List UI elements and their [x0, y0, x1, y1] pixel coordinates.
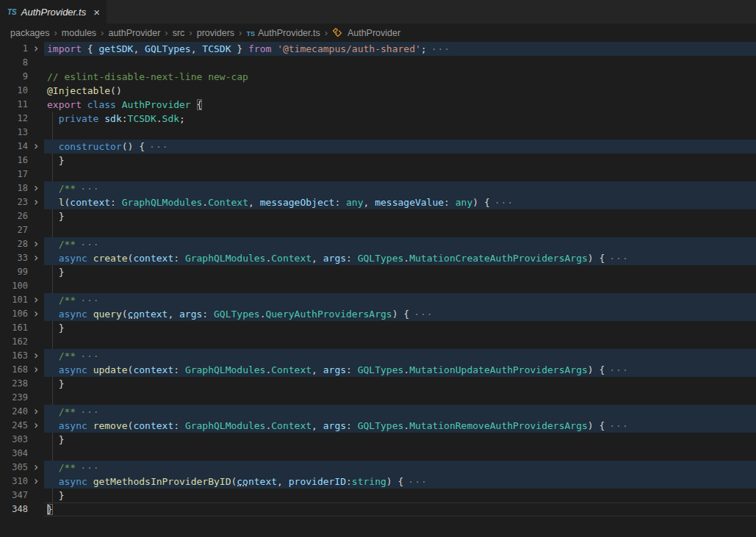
folded-code-ellipsis[interactable]: ··· — [80, 406, 99, 417]
code-line-content[interactable]: @Injectable() — [44, 84, 756, 98]
fold-chevron-icon[interactable]: › — [28, 363, 44, 377]
code-line-content[interactable] — [44, 167, 756, 181]
folded-code-ellipsis[interactable]: ··· — [80, 462, 99, 473]
gutter[interactable]: 16 — [0, 154, 44, 167]
folded-code-ellipsis[interactable]: ··· — [80, 239, 99, 250]
folded-code-ellipsis[interactable]: ··· — [408, 476, 427, 487]
fold-chevron-icon[interactable]: › — [28, 195, 44, 209]
fold-chevron-icon[interactable]: › — [28, 307, 44, 321]
line-number[interactable]: 33 — [0, 251, 28, 265]
gutter[interactable]: 23› — [0, 195, 44, 209]
gutter[interactable]: 100 — [0, 279, 44, 293]
folded-code-ellipsis[interactable]: ··· — [80, 183, 99, 194]
folded-code-ellipsis[interactable]: ··· — [414, 309, 433, 320]
code-line-content[interactable] — [44, 223, 756, 237]
folded-code-ellipsis[interactable]: ··· — [431, 43, 450, 54]
line-number[interactable]: 14 — [0, 140, 28, 154]
fold-chevron-icon[interactable]: › — [28, 140, 44, 154]
gutter[interactable]: 168› — [0, 363, 44, 377]
fold-chevron-icon[interactable]: › — [28, 349, 44, 363]
fold-chevron-icon[interactable]: › — [28, 237, 44, 251]
gutter[interactable]: 14› — [0, 140, 44, 154]
code-line-content[interactable] — [44, 126, 756, 140]
gutter[interactable]: 162 — [0, 335, 44, 349]
gutter[interactable]: 18› — [0, 181, 44, 195]
fold-chevron-icon[interactable]: › — [28, 419, 44, 433]
line-number[interactable]: 161 — [0, 321, 28, 335]
breadcrumb-item-packages[interactable]: packages — [10, 28, 50, 38]
line-number[interactable]: 17 — [0, 167, 28, 181]
folded-code-ellipsis[interactable]: ··· — [609, 420, 628, 431]
line-number[interactable]: 11 — [0, 98, 28, 112]
code-line-content[interactable]: } — [44, 489, 756, 502]
gutter[interactable]: 33› — [0, 251, 44, 265]
line-number[interactable]: 168 — [0, 363, 28, 377]
line-number[interactable]: 304 — [0, 447, 28, 461]
code-line-content[interactable]: } — [44, 321, 756, 335]
line-number[interactable]: 106 — [0, 307, 28, 321]
line-number[interactable]: 1 — [0, 42, 28, 56]
code-line-content[interactable]: import { getSDK, GQLTypes, TCSDK } from … — [44, 42, 756, 56]
gutter[interactable]: 347 — [0, 489, 44, 502]
gutter[interactable]: 27 — [0, 223, 44, 237]
code-line-content[interactable]: async remove(context: GraphQLModules.Con… — [44, 419, 756, 433]
code-line-content[interactable]: async getMethodsInProviderByID(context, … — [44, 475, 756, 489]
line-number[interactable]: 28 — [0, 237, 28, 251]
code-line-content[interactable]: /**··· — [44, 237, 756, 251]
breadcrumb-item-providers[interactable]: providers — [197, 28, 234, 38]
breadcrumb-item-authprovider[interactable]: AuthProvider — [332, 27, 400, 38]
breadcrumb-item-src[interactable]: src — [173, 28, 185, 38]
line-number[interactable]: 23 — [0, 195, 28, 209]
line-number[interactable]: 238 — [0, 377, 28, 391]
folded-code-ellipsis[interactable]: ··· — [149, 141, 168, 152]
code-line-content[interactable]: } — [44, 433, 756, 447]
line-number[interactable]: 12 — [0, 112, 28, 126]
code-line-content[interactable]: constructor() {··· — [44, 140, 756, 154]
breadcrumb-item-modules[interactable]: modules — [62, 28, 96, 38]
code-line-content[interactable] — [44, 56, 756, 70]
gutter[interactable]: 239 — [0, 391, 44, 405]
line-number[interactable]: 245 — [0, 419, 28, 433]
fold-chevron-icon[interactable]: › — [28, 181, 44, 195]
line-number[interactable]: 27 — [0, 223, 28, 237]
code-line-content[interactable]: } — [44, 265, 756, 279]
code-line-content[interactable]: /**··· — [44, 293, 756, 307]
breadcrumb-item-authprovider-ts[interactable]: TSAuthProvider.ts — [246, 28, 320, 38]
folded-code-ellipsis[interactable]: ··· — [80, 350, 99, 361]
gutter[interactable]: 26 — [0, 209, 44, 223]
fold-chevron-icon[interactable]: › — [28, 461, 44, 475]
code-line-content[interactable]: } — [44, 209, 756, 223]
folded-code-ellipsis[interactable]: ··· — [609, 364, 628, 375]
line-number[interactable]: 10 — [0, 84, 28, 98]
code-line-content[interactable]: /**··· — [44, 181, 756, 195]
line-number[interactable]: 310 — [0, 475, 28, 489]
line-number[interactable]: 240 — [0, 405, 28, 419]
gutter[interactable]: 240› — [0, 405, 44, 419]
fold-chevron-icon[interactable]: › — [28, 293, 44, 307]
gutter[interactable]: 245› — [0, 419, 44, 433]
line-number[interactable]: 348 — [0, 502, 28, 516]
code-line-content[interactable]: l(context: GraphQLModules.Context, messa… — [44, 195, 756, 209]
folded-code-ellipsis[interactable]: ··· — [609, 253, 628, 264]
gutter[interactable]: 11 — [0, 98, 44, 112]
code-line-content[interactable]: // eslint-disable-next-line new-cap — [44, 70, 756, 84]
gutter[interactable]: 8 — [0, 56, 44, 70]
code-editor[interactable]: 1›import { getSDK, GQLTypes, TCSDK } fro… — [0, 42, 756, 537]
line-number[interactable]: 303 — [0, 433, 28, 447]
gutter[interactable]: 163› — [0, 349, 44, 363]
close-tab-icon[interactable]: × — [93, 7, 100, 18]
line-number[interactable]: 99 — [0, 265, 28, 279]
code-line-content[interactable]: /**··· — [44, 461, 756, 475]
line-number[interactable]: 305 — [0, 461, 28, 475]
gutter[interactable]: 10 — [0, 84, 44, 98]
gutter[interactable]: 106› — [0, 307, 44, 321]
gutter[interactable]: 305› — [0, 461, 44, 475]
line-number[interactable]: 163 — [0, 349, 28, 363]
fold-chevron-icon[interactable]: › — [28, 251, 44, 265]
line-number[interactable]: 8 — [0, 56, 28, 70]
gutter[interactable]: 161 — [0, 321, 44, 335]
code-line-content[interactable]: } — [44, 154, 756, 167]
line-number[interactable]: 9 — [0, 70, 28, 84]
line-number[interactable]: 347 — [0, 489, 28, 502]
code-line-content[interactable]: private sdk:TCSDK.Sdk; — [44, 112, 756, 126]
